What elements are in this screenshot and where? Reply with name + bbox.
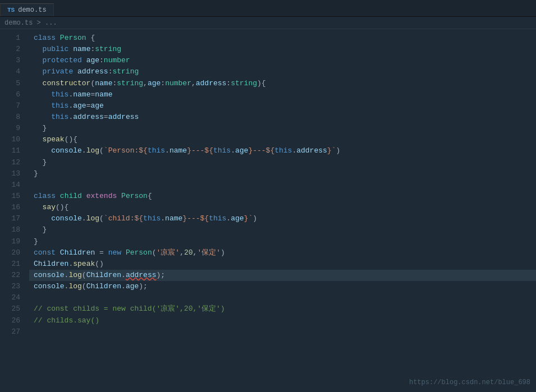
ln-14: 14	[4, 179, 20, 191]
code-line-20: const Children = new Person('凉宸',20,'保定'…	[29, 247, 536, 259]
code-line-15: class child extends Person{	[29, 191, 536, 202]
ln-22: 22	[4, 270, 20, 281]
ts-badge: TS	[7, 7, 15, 13]
code-line-14	[29, 179, 536, 191]
editor: TS demo.ts demo.ts > ... 1 2 3 4 5 6 7 8…	[0, 0, 536, 392]
ln-16: 16	[4, 202, 20, 213]
code-line-2: public name:string	[29, 44, 536, 55]
ln-7: 7	[4, 100, 20, 112]
ln-4: 4	[4, 66, 20, 77]
code-line-26: // childs.say()	[29, 315, 536, 326]
code-line-1: class Person {	[29, 33, 536, 44]
code-line-17: console.log(`child:${this.name}---${this…	[29, 213, 536, 224]
code-content[interactable]: class Person { public name:string protec…	[27, 29, 536, 392]
breadcrumb: demo.ts > ...	[0, 17, 536, 29]
ln-21: 21	[4, 259, 20, 270]
ln-24: 24	[4, 292, 20, 303]
ln-9: 9	[4, 123, 20, 134]
tab-bar: TS demo.ts	[0, 0, 536, 17]
ln-2: 2	[4, 44, 20, 55]
code-line-6: this.name=name	[29, 89, 536, 100]
code-line-7: this.age=age	[29, 100, 536, 112]
code-line-16: say(){	[29, 202, 536, 213]
ln-26: 26	[4, 315, 20, 326]
ln-8: 8	[4, 112, 20, 123]
code-line-22: console.log(Children.address);	[29, 270, 536, 281]
code-line-23: console.log(Children.age);	[29, 281, 536, 292]
code-line-24	[29, 292, 536, 303]
file-tab[interactable]: TS demo.ts	[0, 3, 54, 16]
line-numbers: 1 2 3 4 5 6 7 8 9 10 11 12 13 14 15 16 1…	[0, 29, 27, 392]
ln-15: 15	[4, 191, 20, 202]
ln-12: 12	[4, 157, 20, 168]
code-line-19: }	[29, 236, 536, 247]
code-line-10: speak(){	[29, 134, 536, 145]
code-line-4: private address:string	[29, 66, 536, 77]
ln-13: 13	[4, 168, 20, 179]
code-line-12: }	[29, 157, 536, 168]
code-line-21: Children.speak()	[29, 259, 536, 270]
code-line-5: constructor(name:string,age:number,addre…	[29, 78, 536, 89]
ln-5: 5	[4, 78, 20, 89]
breadcrumb-path: demo.ts > ...	[4, 19, 57, 27]
ln-19: 19	[4, 236, 20, 247]
ln-17: 17	[4, 213, 20, 224]
code-line-3: protected age:number	[29, 55, 536, 66]
watermark: https://blog.csdn.net/blue_698	[409, 379, 530, 386]
ln-25: 25	[4, 303, 20, 315]
ln-10: 10	[4, 134, 20, 145]
code-line-13: }	[29, 168, 536, 179]
ln-1: 1	[4, 33, 20, 44]
code-line-25: // const childs = new child('凉宸',20,'保定'…	[29, 303, 536, 315]
code-line-18: }	[29, 224, 536, 236]
code-line-9: }	[29, 123, 536, 134]
ln-18: 18	[4, 224, 20, 236]
ln-3: 3	[4, 55, 20, 66]
tab-filename: demo.ts	[18, 6, 46, 14]
code-line-11: console.log(`Person:${this.name}---${thi…	[29, 145, 536, 156]
code-line-27	[29, 326, 536, 338]
ln-6: 6	[4, 89, 20, 100]
code-line-8: this.address=address	[29, 112, 536, 123]
ln-11: 11	[4, 145, 20, 156]
ln-20: 20	[4, 247, 20, 259]
code-area: 1 2 3 4 5 6 7 8 9 10 11 12 13 14 15 16 1…	[0, 29, 536, 392]
ln-23: 23	[4, 281, 20, 292]
ln-27: 27	[4, 326, 20, 338]
